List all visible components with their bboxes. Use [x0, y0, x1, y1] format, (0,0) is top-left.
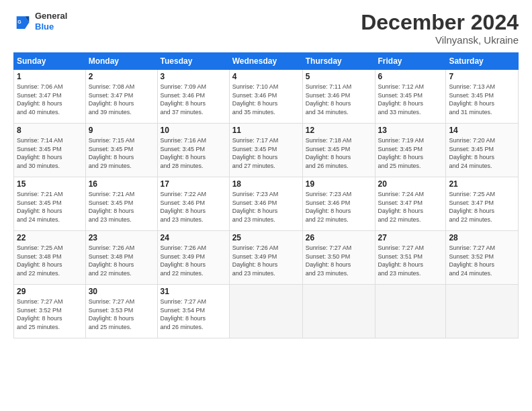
day-info: Sunrise: 7:23 AM Sunset: 3:46 PM Dayligh… [306, 190, 372, 224]
day-info: Sunrise: 7:22 AM Sunset: 3:46 PM Dayligh… [161, 190, 226, 224]
day-number: 25 [232, 233, 300, 242]
calendar-cell: 5Sunrise: 7:11 AM Sunset: 3:46 PM Daylig… [302, 70, 375, 124]
calendar-cell: 29Sunrise: 7:27 AM Sunset: 3:52 PM Dayli… [14, 285, 86, 338]
weekday-header-tuesday: Tuesday [157, 53, 229, 70]
week-row-4: 22Sunrise: 7:25 AM Sunset: 3:48 PM Dayli… [14, 231, 519, 285]
calendar-cell: 15Sunrise: 7:21 AM Sunset: 3:45 PM Dayli… [14, 177, 86, 231]
page: G General Blue December 2024 Vilnyansk, … [0, 0, 532, 411]
calendar-cell: 2Sunrise: 7:08 AM Sunset: 3:47 PM Daylig… [85, 70, 157, 124]
week-row-3: 15Sunrise: 7:21 AM Sunset: 3:45 PM Dayli… [14, 177, 519, 231]
calendar-cell [446, 285, 519, 338]
calendar-cell: 16Sunrise: 7:21 AM Sunset: 3:45 PM Dayli… [85, 177, 157, 231]
day-number: 6 [378, 72, 443, 81]
day-info: Sunrise: 7:08 AM Sunset: 3:47 PM Dayligh… [89, 83, 154, 116]
day-info: Sunrise: 7:20 AM Sunset: 3:45 PM Dayligh… [449, 136, 515, 170]
calendar-cell: 8Sunrise: 7:14 AM Sunset: 3:45 PM Daylig… [14, 124, 86, 177]
logo-line2: Blue [35, 21, 67, 32]
day-info: Sunrise: 7:14 AM Sunset: 3:45 PM Dayligh… [17, 136, 83, 170]
day-number: 16 [89, 179, 154, 189]
day-number: 5 [306, 72, 372, 81]
day-number: 22 [17, 233, 83, 242]
calendar-cell: 22Sunrise: 7:25 AM Sunset: 3:48 PM Dayli… [14, 231, 86, 285]
title-block: December 2024 Vilnyansk, Ukraine [361, 11, 519, 46]
logo-general: General [35, 11, 67, 21]
calendar-cell: 20Sunrise: 7:24 AM Sunset: 3:47 PM Dayli… [375, 177, 446, 231]
day-number: 17 [161, 179, 226, 189]
weekday-header-friday: Friday [375, 53, 446, 70]
calendar-cell: 19Sunrise: 7:23 AM Sunset: 3:46 PM Dayli… [302, 177, 375, 231]
calendar-cell: 13Sunrise: 7:19 AM Sunset: 3:45 PM Dayli… [375, 124, 446, 177]
day-number: 21 [449, 179, 515, 189]
day-number: 7 [449, 72, 515, 81]
day-number: 18 [232, 179, 300, 189]
calendar-cell [375, 285, 446, 338]
calendar-cell [302, 285, 375, 338]
day-number: 24 [161, 233, 226, 242]
day-info: Sunrise: 7:06 AM Sunset: 3:47 PM Dayligh… [17, 83, 83, 116]
calendar-cell: 9Sunrise: 7:15 AM Sunset: 3:45 PM Daylig… [85, 124, 157, 177]
day-info: Sunrise: 7:24 AM Sunset: 3:47 PM Dayligh… [378, 190, 443, 224]
day-info: Sunrise: 7:09 AM Sunset: 3:46 PM Dayligh… [161, 83, 226, 116]
calendar-cell: 1Sunrise: 7:06 AM Sunset: 3:47 PM Daylig… [14, 70, 86, 124]
calendar-cell: 4Sunrise: 7:10 AM Sunset: 3:46 PM Daylig… [229, 70, 302, 124]
day-info: Sunrise: 7:16 AM Sunset: 3:45 PM Dayligh… [161, 136, 226, 170]
day-number: 3 [161, 72, 226, 81]
calendar-cell: 12Sunrise: 7:18 AM Sunset: 3:45 PM Dayli… [302, 124, 375, 177]
day-info: Sunrise: 7:25 AM Sunset: 3:47 PM Dayligh… [449, 190, 515, 224]
day-info: Sunrise: 7:26 AM Sunset: 3:48 PM Dayligh… [89, 244, 154, 277]
day-number: 1 [17, 72, 83, 81]
day-number: 19 [306, 179, 372, 189]
day-info: Sunrise: 7:15 AM Sunset: 3:45 PM Dayligh… [89, 136, 154, 170]
weekday-header-sunday: Sunday [14, 53, 86, 70]
calendar-cell: 17Sunrise: 7:22 AM Sunset: 3:46 PM Dayli… [157, 177, 229, 231]
day-info: Sunrise: 7:27 AM Sunset: 3:52 PM Dayligh… [17, 298, 83, 331]
calendar-cell: 31Sunrise: 7:27 AM Sunset: 3:54 PM Dayli… [157, 285, 229, 338]
logo: G General Blue [13, 11, 67, 32]
day-number: 20 [378, 179, 443, 189]
weekday-header-monday: Monday [85, 53, 157, 70]
day-info: Sunrise: 7:21 AM Sunset: 3:45 PM Dayligh… [89, 190, 154, 224]
calendar-cell: 7Sunrise: 7:13 AM Sunset: 3:45 PM Daylig… [446, 70, 519, 124]
calendar-cell: 14Sunrise: 7:20 AM Sunset: 3:45 PM Dayli… [446, 124, 519, 177]
day-number: 14 [449, 126, 515, 135]
calendar-cell: 23Sunrise: 7:26 AM Sunset: 3:48 PM Dayli… [85, 231, 157, 285]
calendar-cell: 10Sunrise: 7:16 AM Sunset: 3:45 PM Dayli… [157, 124, 229, 177]
day-info: Sunrise: 7:27 AM Sunset: 3:52 PM Dayligh… [449, 244, 515, 277]
week-row-1: 1Sunrise: 7:06 AM Sunset: 3:47 PM Daylig… [14, 70, 519, 124]
day-number: 2 [89, 72, 154, 81]
weekday-header-saturday: Saturday [446, 53, 519, 70]
day-number: 23 [89, 233, 154, 242]
month-title: December 2024 [361, 11, 519, 34]
day-number: 26 [306, 233, 372, 242]
subtitle: Vilnyansk, Ukraine [361, 34, 519, 46]
calendar-cell: 28Sunrise: 7:27 AM Sunset: 3:52 PM Dayli… [446, 231, 519, 285]
day-info: Sunrise: 7:10 AM Sunset: 3:46 PM Dayligh… [232, 83, 300, 116]
day-number: 31 [161, 287, 226, 296]
week-row-5: 29Sunrise: 7:27 AM Sunset: 3:52 PM Dayli… [14, 285, 519, 338]
day-number: 27 [378, 233, 443, 242]
calendar-cell: 26Sunrise: 7:27 AM Sunset: 3:50 PM Dayli… [302, 231, 375, 285]
day-number: 28 [449, 233, 515, 242]
logo-line1: General [35, 11, 67, 21]
day-number: 9 [89, 126, 154, 135]
day-info: Sunrise: 7:23 AM Sunset: 3:46 PM Dayligh… [232, 190, 300, 224]
day-info: Sunrise: 7:27 AM Sunset: 3:51 PM Dayligh… [378, 244, 443, 277]
logo-text: General Blue [35, 11, 67, 32]
day-number: 10 [161, 126, 226, 135]
day-number: 8 [17, 126, 83, 135]
day-info: Sunrise: 7:27 AM Sunset: 3:53 PM Dayligh… [89, 298, 154, 331]
calendar: SundayMondayTuesdayWednesdayThursdayFrid… [13, 52, 519, 338]
day-info: Sunrise: 7:27 AM Sunset: 3:54 PM Dayligh… [161, 298, 226, 331]
day-info: Sunrise: 7:19 AM Sunset: 3:45 PM Dayligh… [378, 136, 443, 170]
header: G General Blue December 2024 Vilnyansk, … [13, 11, 519, 46]
day-number: 15 [17, 179, 83, 189]
svg-text:G: G [17, 19, 21, 24]
calendar-cell: 25Sunrise: 7:26 AM Sunset: 3:49 PM Dayli… [229, 231, 302, 285]
calendar-body: 1Sunrise: 7:06 AM Sunset: 3:47 PM Daylig… [14, 70, 519, 338]
calendar-cell: 24Sunrise: 7:26 AM Sunset: 3:49 PM Dayli… [157, 231, 229, 285]
day-number: 11 [232, 126, 300, 135]
weekday-row: SundayMondayTuesdayWednesdayThursdayFrid… [14, 53, 519, 70]
calendar-cell: 30Sunrise: 7:27 AM Sunset: 3:53 PM Dayli… [85, 285, 157, 338]
week-row-2: 8Sunrise: 7:14 AM Sunset: 3:45 PM Daylig… [14, 124, 519, 177]
day-info: Sunrise: 7:21 AM Sunset: 3:45 PM Dayligh… [17, 190, 83, 224]
